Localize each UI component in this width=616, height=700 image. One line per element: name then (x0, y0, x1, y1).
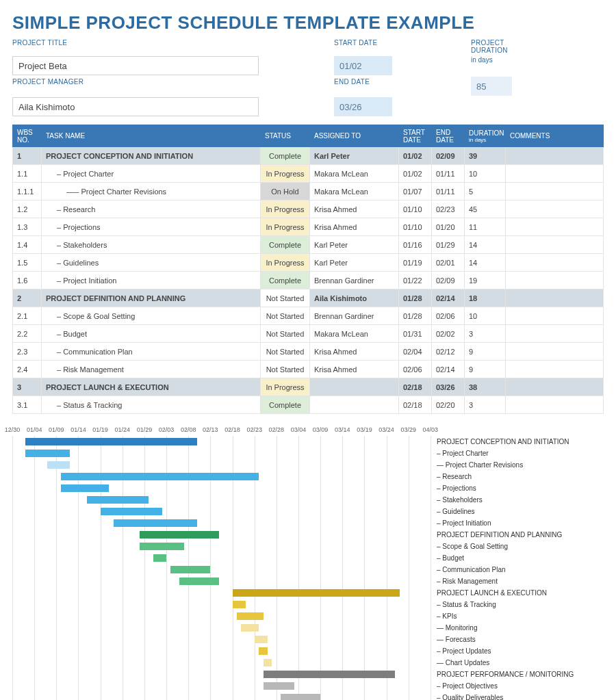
col-start: START DATE (399, 125, 432, 147)
status-badge: Not Started (261, 343, 310, 361)
table-row[interactable]: 1.3– ProjectionsIn ProgressKrisa Ahmed01… (13, 218, 604, 236)
table-row[interactable]: 2.2– BudgetNot StartedMakara McLean01/31… (13, 325, 604, 343)
gantt-bar[interactable] (25, 438, 197, 445)
gantt-bar[interactable] (179, 578, 219, 585)
table-row[interactable]: 1PROJECT CONCEPTION AND INITIATIONComple… (13, 147, 604, 165)
grid-line (431, 436, 431, 700)
gantt-bar[interactable] (61, 484, 110, 492)
table-row[interactable]: 2PROJECT DEFINITION AND PLANNINGNot Star… (13, 289, 604, 307)
status-badge: Not Started (261, 361, 310, 378)
gantt-bar[interactable] (153, 554, 166, 562)
axis-tick: 04/03 (423, 426, 439, 433)
grid-line (34, 436, 35, 700)
gantt-legend-item: – Status & Tracking (437, 599, 601, 610)
gantt-legend-item: PROJECT DEFINITION AND PLANNING (437, 529, 601, 541)
status-badge: Not Started (261, 289, 310, 307)
gantt-bar[interactable] (259, 647, 268, 655)
table-row[interactable]: 1.6– Project InitiationCompleteBrennan G… (13, 272, 604, 289)
gantt-legend-item: — Monitoring (437, 622, 601, 634)
table-row[interactable]: 2.1– Scope & Goal SettingNot StartedBren… (13, 307, 604, 325)
gantt-legend-item: PROJECT LAUNCH & EXECUTION (437, 587, 601, 599)
gantt-legend-item: – Project Updates (437, 645, 601, 657)
schedule-table: WBS NO. TASK NAME STATUS ASSIGNED TO STA… (12, 125, 604, 414)
start-date-label: START DATE (334, 38, 444, 55)
table-row[interactable]: 1.1– Project CharterIn ProgressMakara Mc… (13, 165, 604, 183)
table-row[interactable]: 1.2– ResearchIn ProgressKrisa Ahmed01/10… (13, 200, 604, 218)
gantt-bar[interactable] (237, 612, 264, 620)
gantt-bar[interactable] (25, 450, 69, 457)
gantt-legend-item: – Guidelines (437, 506, 601, 517)
gantt-bar[interactable] (233, 601, 246, 608)
status-badge: Complete (261, 272, 310, 289)
gantt-bar[interactable] (87, 496, 149, 504)
gantt-legend-item: – Research (437, 471, 601, 482)
gantt-bar[interactable] (61, 473, 259, 480)
axis-tick: 02/28 (269, 426, 285, 433)
axis-tick: 02/13 (203, 426, 218, 433)
gantt-bar[interactable] (233, 589, 400, 597)
gantt-bar[interactable] (255, 636, 268, 643)
page-title: SIMPLE PROJECT SCHEDULE TEMPLATE EXAMPLE (12, 12, 604, 34)
status-badge: In Progress (261, 200, 310, 218)
axis-tick: 02/08 (181, 426, 196, 433)
axis-tick: 01/19 (92, 426, 108, 433)
status-badge: Not Started (261, 325, 310, 343)
col-status: STATUS (261, 125, 310, 147)
gantt-legend: PROJECT CONCEPTION AND INITIATION– Proje… (437, 436, 601, 700)
gantt-bar[interactable] (47, 461, 69, 469)
status-badge: Complete (261, 396, 310, 414)
gantt-legend-item: – Project Initiation (437, 517, 601, 529)
axis-tick: 01/04 (27, 426, 42, 433)
status-badge: Not Started (261, 307, 310, 325)
col-task: TASK NAME (42, 125, 261, 147)
grid-line (12, 436, 13, 700)
grid-line (364, 436, 365, 700)
project-manager-label: PROJECT MANAGER (12, 77, 266, 96)
grid-line (320, 436, 321, 700)
axis-tick: 02/03 (159, 426, 175, 433)
axis-tick: 03/24 (378, 426, 394, 433)
gantt-legend-item: – KPIs (437, 610, 601, 622)
table-row[interactable]: 2.4– Risk ManagementNot StartedKrisa Ahm… (13, 361, 604, 378)
end-date-label: END DATE (334, 77, 444, 96)
end-date-field[interactable]: 03/26 (334, 97, 392, 116)
gantt-legend-item: – Projections (437, 482, 601, 494)
gantt-axis: 12/3001/0401/0901/1401/1901/2401/2902/03… (12, 426, 604, 436)
table-row[interactable]: 1.4– StakeholdersCompleteKarl Peter01/16… (13, 236, 604, 254)
col-comments: COMMENTS (506, 125, 604, 147)
axis-tick: 03/19 (357, 426, 372, 433)
table-row[interactable]: 1.1.1––– Project Charter RevisionsOn Hol… (13, 183, 604, 200)
gantt-legend-item: — Forecasts (437, 634, 601, 645)
gantt-bar[interactable] (264, 671, 396, 678)
gantt-bar[interactable] (170, 566, 210, 573)
col-end: END DATE (432, 125, 465, 147)
start-date-field[interactable]: 01/02 (334, 56, 392, 75)
status-badge: In Progress (261, 165, 310, 183)
grid-line (56, 436, 57, 700)
gantt-bar[interactable] (140, 531, 219, 539)
axis-tick: 03/09 (313, 426, 329, 433)
duration-unit: in days (471, 56, 532, 75)
gantt-legend-item: – Stakeholders (437, 494, 601, 506)
grid-line (277, 436, 277, 700)
axis-tick: 02/18 (224, 426, 240, 433)
gantt-legend-item: PROJECT PERFORMANCE / MONITORING (437, 669, 601, 680)
axis-tick: 01/29 (137, 426, 153, 433)
gantt-bar[interactable] (114, 519, 197, 527)
project-manager-field[interactable]: Aila Kishimoto (12, 97, 259, 116)
project-title-field[interactable]: Project Beta (12, 56, 259, 75)
grid-line (387, 436, 387, 700)
gantt-bar[interactable] (241, 624, 259, 632)
table-row[interactable]: 2.3– Communication PlanNot StartedKrisa … (13, 343, 604, 361)
gantt-bar[interactable] (140, 543, 183, 550)
gantt-bar[interactable] (264, 682, 294, 690)
gantt-bar[interactable] (264, 659, 272, 666)
table-row[interactable]: 3PROJECT LAUNCH & EXECUTIONIn Progress02… (13, 378, 604, 396)
table-row[interactable]: 3.1– Status & TrackingComplete02/1802/20… (13, 396, 604, 414)
gantt-bar[interactable] (101, 508, 162, 515)
table-row[interactable]: 1.5– GuidelinesIn ProgressKarl Peter01/1… (13, 254, 604, 272)
gantt-legend-item: – Quality Deliverables (437, 692, 601, 700)
gantt-legend-item: – Communication Plan (437, 564, 601, 575)
status-badge: Complete (261, 147, 310, 165)
gantt-bar[interactable] (281, 694, 320, 700)
